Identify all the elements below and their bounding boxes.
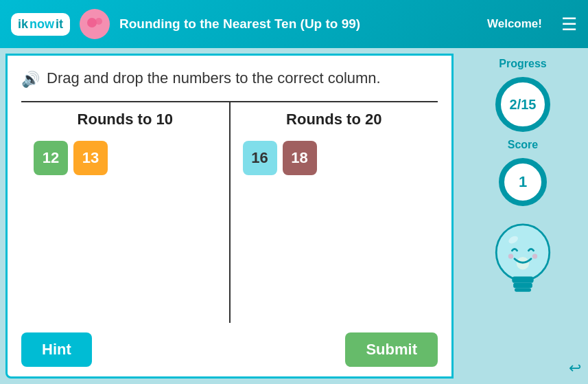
return-arrow[interactable]: ↩: [569, 359, 581, 377]
speaker-icon[interactable]: 🔊: [21, 69, 40, 90]
column-10-header: Rounds to 10: [28, 111, 222, 128]
progress-value: 2/15: [510, 97, 537, 113]
svg-rect-3: [512, 277, 533, 283]
content-panel: 🔊 Drag and drop the numbers to the corre…: [5, 54, 454, 379]
score-circle: 1: [499, 158, 547, 206]
header-title: Rounding to the Nearest Ten (Up to 99): [119, 16, 478, 32]
logo-text-ik: ik: [18, 17, 28, 32]
progress-circle: 2/15: [495, 77, 550, 132]
instruction: 🔊 Drag and drop the numbers to the corre…: [21, 68, 438, 90]
svg-rect-5: [515, 288, 531, 292]
logo-text-it: it: [56, 17, 63, 32]
bottom-bar: Hint Submit: [21, 332, 438, 367]
svg-point-2: [496, 225, 550, 280]
svg-point-7: [508, 253, 513, 258]
hint-button[interactable]: Hint: [21, 332, 92, 367]
chip-16[interactable]: 16: [243, 141, 277, 175]
sidebar: Progress 2/15 Score 1: [458, 48, 588, 384]
svg-point-8: [532, 253, 537, 258]
score-label: Score: [508, 139, 538, 151]
logo: iknowit: [11, 13, 70, 36]
progress-label: Progress: [499, 58, 546, 70]
instruction-text: Drag and drop the numbers to the correct…: [47, 68, 381, 89]
header: iknowit Rounding to the Nearest Ten (Up …: [0, 0, 588, 48]
chip-18[interactable]: 18: [283, 141, 317, 175]
column-10-chips: 12 13: [28, 138, 222, 178]
column-20-chips: 16 18: [237, 138, 432, 178]
logo-text-now: now: [30, 17, 54, 32]
columns-wrapper: Rounds to 10 12 13 Rounds to 20 16 18: [21, 101, 438, 323]
score-value: 1: [519, 173, 527, 191]
svg-point-1: [95, 18, 102, 25]
logo-icon: [80, 9, 110, 39]
chip-13[interactable]: 13: [73, 141, 108, 175]
hamburger-menu[interactable]: ☰: [561, 14, 577, 35]
submit-button[interactable]: Submit: [345, 332, 438, 367]
mascot: [485, 216, 561, 298]
column-20-header: Rounds to 20: [237, 111, 432, 128]
welcome-text: Welcome!: [487, 17, 542, 31]
svg-point-0: [87, 18, 97, 27]
chip-12[interactable]: 12: [34, 141, 68, 175]
main-area: 🔊 Drag and drop the numbers to the corre…: [0, 48, 588, 384]
column-rounds-to-20[interactable]: Rounds to 20 16 18: [231, 102, 438, 323]
column-rounds-to-10[interactable]: Rounds to 10 12 13: [21, 102, 231, 323]
svg-rect-4: [513, 283, 532, 288]
